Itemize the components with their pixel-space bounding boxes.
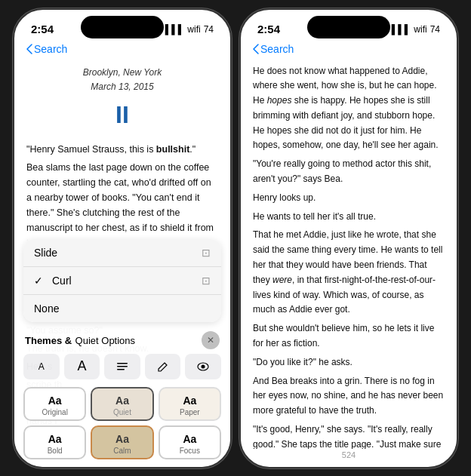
theme-focus-card[interactable]: Aa Focus — [159, 425, 221, 459]
theme-bold-card[interactable]: Aa Bold — [23, 425, 86, 459]
theme-calm-text: Aa — [98, 433, 146, 445]
themes-grid: Aa Original Aa Quiet Aa Paper — [14, 382, 230, 467]
close-button[interactable]: ✕ — [202, 331, 220, 349]
book-para-0: "Henry Samuel Strauss, this is bullshit.… — [26, 142, 218, 157]
back-label-left: Search — [34, 43, 67, 55]
curl-check: ✓ — [34, 275, 43, 287]
battery-icon: 74 — [204, 24, 214, 35]
themes-label: Themes & Quiet Options — [25, 333, 135, 347]
right-para-0: He does not know what happened to Addie,… — [253, 64, 445, 154]
theme-quiet-text: Aa — [98, 395, 146, 407]
theme-quiet-label: Quiet — [98, 408, 146, 416]
themes-options-row: Themes & Quiet Options ✕ — [14, 327, 230, 351]
theme-original-label: Original — [31, 408, 78, 416]
font-decrease-button[interactable]: A — [23, 354, 60, 379]
dynamic-island — [81, 16, 164, 38]
status-icons-left: ▌▌▌ wifi 74 — [165, 24, 214, 35]
theme-original-card[interactable]: Aa Original — [23, 387, 86, 421]
font-style-button[interactable] — [104, 354, 140, 379]
slide-icon: ⊡ — [202, 247, 211, 259]
theme-original-text: Aa — [31, 395, 78, 407]
curl-icon: ⊡ — [202, 275, 211, 287]
slide-label: Slide — [34, 247, 57, 259]
battery-icon-right: 74 — [430, 24, 440, 35]
right-para-2: Henry looks up. — [253, 191, 445, 206]
theme-focus-label: Focus — [166, 447, 214, 455]
status-time-left: 2:54 — [31, 23, 54, 35]
dynamic-island-right — [307, 16, 390, 38]
theme-paper-card[interactable]: Aa Paper — [159, 387, 221, 421]
svg-rect-0 — [117, 363, 128, 364]
font-increase-button[interactable]: A — [64, 354, 100, 379]
right-para-6: "Do you like it?" he asks. — [253, 355, 445, 370]
transition-curl[interactable]: ✓ Curl ⊡ — [23, 267, 221, 295]
svg-rect-1 — [117, 366, 128, 367]
signal-icon-right: ▌▌▌ — [392, 24, 411, 35]
back-button-left[interactable]: Search — [26, 43, 67, 55]
right-para-1: "You're really going to method actor thi… — [253, 157, 445, 187]
transition-none[interactable]: None — [23, 295, 221, 322]
right-para-3: He wants to tell her it's all true. — [253, 210, 445, 225]
right-para-5: But she wouldn't believe him, so he lets… — [253, 321, 445, 352]
signal-icon: ▌▌▌ — [165, 24, 185, 35]
chapter-number: II — [26, 96, 218, 134]
book-date: March 13, 2015 — [26, 80, 218, 94]
theme-quiet-card[interactable]: Aa Quiet — [91, 387, 153, 421]
curl-label: Curl — [52, 275, 72, 287]
back-label-right: Search — [260, 43, 294, 55]
transition-slide[interactable]: Slide ⊡ — [23, 239, 221, 267]
bottom-panel: Slide ⊡ ✓ Curl ⊡ None — [14, 239, 230, 467]
theme-bold-label: Bold — [31, 447, 78, 455]
theme-bold-text: Aa — [31, 433, 78, 445]
book-content-right: He does not know what happened to Addie,… — [241, 60, 457, 449]
svg-point-4 — [202, 364, 205, 368]
status-time-right: 2:54 — [257, 23, 280, 35]
status-icons-right: ▌▌▌ wifi 74 — [392, 24, 440, 35]
left-phone: 2:54 ▌▌▌ wifi 74 Search Br — [13, 8, 232, 468]
font-row: A A — [14, 351, 230, 382]
back-button-right[interactable]: Search — [253, 43, 294, 55]
theme-paper-label: Paper — [166, 408, 214, 416]
theme-paper-text: Aa — [166, 395, 214, 407]
book-para-1: Bea slams the last page down on the coff… — [26, 160, 218, 250]
nav-bar-left: Search — [14, 40, 230, 60]
theme-calm-card[interactable]: Aa Calm — [91, 425, 153, 459]
page-number: 524 — [241, 449, 457, 464]
none-label: None — [34, 302, 59, 315]
book-title-section: Brooklyn, New York March 13, 2015 II — [26, 66, 218, 135]
right-para-7: And Bea breaks into a grin. There is no … — [253, 374, 445, 419]
wifi-icon-right: wifi — [414, 24, 426, 35]
transition-menu: Slide ⊡ ✓ Curl ⊡ None — [23, 239, 221, 322]
wifi-icon: wifi — [187, 24, 200, 35]
eye-button[interactable] — [185, 354, 221, 379]
theme-calm-label: Calm — [98, 447, 146, 455]
nav-bar-right: Search — [241, 40, 457, 60]
right-para-8: "It's good, Henry," she says. "It's real… — [253, 422, 445, 448]
book-location: Brooklyn, New York — [26, 66, 218, 80]
right-para-4: That he met Addie, just like he wrote, t… — [253, 228, 445, 318]
right-phone: 2:54 ▌▌▌ wifi 74 Search He does not k — [239, 8, 458, 468]
theme-focus-text: Aa — [166, 433, 214, 445]
svg-rect-2 — [117, 369, 125, 370]
edit-button[interactable] — [145, 354, 181, 379]
